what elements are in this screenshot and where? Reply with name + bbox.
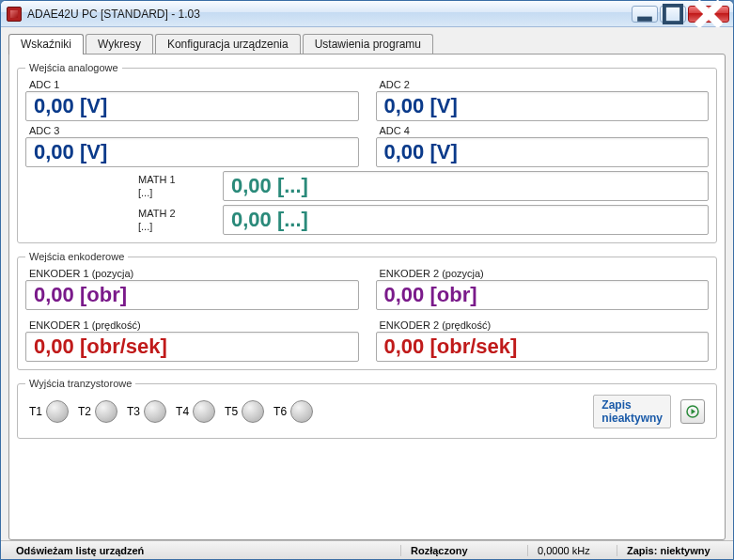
minimize-button[interactable]: [632, 6, 658, 23]
t6-indicator-icon: [290, 400, 313, 423]
titlebar: ADAE42U PC [STANDARD] - 1.03: [1, 1, 733, 27]
t4-label: T4: [176, 405, 189, 418]
encoder1-pos-value: 0,00 [obr]: [25, 280, 359, 310]
t3-indicator-icon: [144, 400, 166, 423]
svg-rect-1: [664, 5, 681, 22]
encoder1-spd-value: 0,00 [obr/sek]: [25, 332, 359, 362]
status-recording: Zapis: niektywny: [617, 545, 727, 556]
encoder1-pos-label: ENKODER 1 (pozycja): [29, 268, 359, 279]
t2-label: T2: [78, 405, 91, 418]
analog-legend: Wejścia analogowe: [25, 62, 122, 73]
status-frequency: 0,0000 kHz: [528, 545, 617, 556]
recording-status: Zapis nieaktywny: [593, 395, 671, 428]
svg-marker-5: [692, 409, 696, 414]
t6-output: T6: [273, 400, 313, 423]
encoder2-spd-value: 0,00 [obr/sek]: [376, 332, 710, 362]
math2-label: MATH 2 [...]: [25, 207, 213, 233]
encoder2-pos-label: ENKODER 2 (pozycja): [380, 268, 710, 279]
encoder2-spd-label: ENKODER 2 (prędkość): [380, 319, 710, 331]
transistor-legend: Wyjścia tranzystorowe: [25, 378, 135, 389]
tab-indicators[interactable]: Wskaźniki: [8, 34, 84, 54]
adc2-value: 0,00 [V]: [376, 91, 710, 121]
adc4-label: ADC 4: [380, 125, 710, 136]
math2-value: 0,00 [...]: [223, 205, 709, 235]
t2-output: T2: [78, 400, 117, 423]
t3-label: T3: [127, 405, 140, 418]
encoder1-spd-label: ENKODER 1 (prędkość): [29, 319, 359, 331]
tab-charts[interactable]: Wykresy: [86, 34, 153, 54]
tab-device-config[interactable]: Konfiguracja urządzenia: [155, 34, 301, 54]
t4-output: T4: [176, 400, 215, 423]
analog-inputs-group: Wejścia analogowe ADC 1 0,00 [V] ADC 2 0…: [17, 62, 717, 243]
adc1-value: 0,00 [V]: [25, 91, 359, 121]
t5-output: T5: [225, 400, 264, 423]
window-title: ADAE42U PC [STANDARD] - 1.03: [27, 8, 632, 21]
t5-label: T5: [225, 405, 238, 418]
adc2-label: ADC 2: [380, 79, 710, 90]
t3-output: T3: [127, 400, 166, 423]
t4-indicator-icon: [193, 400, 215, 423]
encoder-legend: Wejścia enkoderowe: [25, 251, 128, 262]
adc4-value: 0,00 [V]: [376, 137, 710, 167]
adc3-value: 0,00 [V]: [25, 137, 359, 167]
encoder2-pos-value: 0,00 [obr]: [376, 280, 710, 310]
close-button[interactable]: [688, 6, 729, 23]
t6-label: T6: [273, 405, 287, 418]
statusbar: Odświeżam listę urządzeń Rozłączony 0,00…: [1, 540, 733, 559]
tab-program-settings[interactable]: Ustawienia programu: [303, 34, 433, 54]
status-refresh: Odświeżam listę urządzeń: [7, 545, 401, 556]
t2-indicator-icon: [95, 400, 117, 423]
t1-indicator-icon: [46, 400, 69, 423]
maximize-button[interactable]: [660, 6, 686, 23]
math1-label: MATH 1 [...]: [25, 173, 213, 199]
adc3-label: ADC 3: [29, 125, 359, 136]
adc1-label: ADC 1: [29, 79, 359, 90]
encoder-inputs-group: Wejścia enkoderowe ENKODER 1 (pozycja) 0…: [17, 251, 717, 370]
t1-output: T1: [29, 400, 69, 423]
start-recording-button[interactable]: [680, 399, 705, 424]
status-connection: Rozłączony: [401, 545, 528, 556]
t1-label: T1: [29, 405, 42, 418]
transistor-outputs-group: Wyjścia tranzystorowe T1 T2 T3: [17, 378, 717, 439]
t5-indicator-icon: [242, 400, 264, 423]
app-icon: [7, 7, 22, 22]
math1-value: 0,00 [...]: [223, 171, 709, 201]
